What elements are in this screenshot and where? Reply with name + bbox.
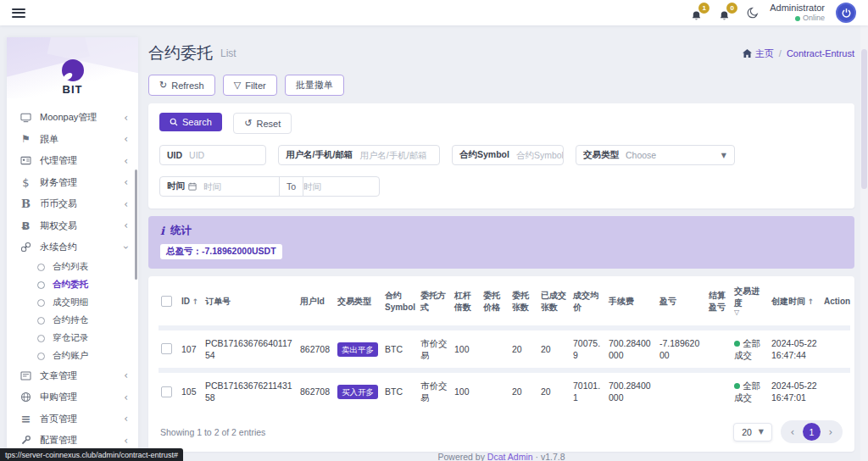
id-card-icon: [19, 156, 32, 165]
col-progress[interactable]: 交易进度▽: [732, 278, 769, 328]
cell-filled-qty: 20: [538, 328, 570, 370]
link-icon: [19, 242, 32, 253]
sidebar-subitem-contract-list[interactable]: 合约列表: [7, 258, 138, 276]
chevron-left-icon: ‹: [124, 177, 128, 187]
sidebar-subitem-contract-position[interactable]: 合约持仓: [7, 312, 138, 330]
sidebar-item-options-trading[interactable]: Ƀ 期权交易 ‹: [7, 215, 138, 237]
sidebar-scrollbar[interactable]: [135, 169, 137, 280]
notification-bell-icon[interactable]: 1: [691, 4, 708, 21]
trade-type-select[interactable]: 交易类型 Choose ▼: [576, 145, 735, 165]
cell-settle-pnl: [706, 328, 732, 370]
time-to-input[interactable]: [303, 181, 379, 192]
col-entrust-method: 委托方式: [418, 278, 452, 328]
pagination: ‹ 1 ›: [781, 420, 843, 443]
col-entrust-qty: 委托张数: [509, 278, 538, 328]
monitor-icon: [19, 113, 32, 123]
cell-avg-price: 70101.1: [570, 370, 606, 410]
browser-status-url: tps://server-coinnexus.club/admin/contra…: [0, 448, 183, 461]
sidebar-item-spot-trading[interactable]: B 币币交易 ‹: [7, 193, 138, 215]
dark-mode-icon[interactable]: [747, 7, 759, 19]
total-pnl-badge: 总盈亏：-7.18962000USDT: [160, 244, 282, 259]
sidebar-item-finance[interactable]: $ 财务管理 ‹: [7, 172, 138, 194]
col-id[interactable]: ID ↑: [179, 278, 203, 328]
sidebar-item-copy-trading[interactable]: ⚑ 跟单 ‹: [7, 129, 138, 151]
batch-cancel-button[interactable]: 批量撤单: [285, 75, 344, 96]
page-scrollbar[interactable]: [860, 25, 868, 461]
logo-mark-icon: [62, 59, 84, 81]
sidebar-item-agent[interactable]: 代理管理 ‹: [7, 150, 138, 172]
flag-icon: ⚑: [19, 133, 32, 145]
notification-count-badge: 1: [698, 3, 709, 14]
letter-b-icon: B: [19, 197, 32, 210]
user-info[interactable]: Administrator Online: [770, 3, 825, 23]
info-icon: i: [160, 225, 164, 237]
sidebar-subitem-contract-account[interactable]: 合约账户: [7, 347, 138, 365]
statistics-panel: i 统计 总盈亏：-7.18962000USDT: [148, 216, 854, 269]
chevron-left-icon: ‹: [124, 414, 128, 424]
breadcrumb-home[interactable]: 主页: [743, 47, 774, 60]
chevron-left-icon: ‹: [124, 220, 128, 230]
cell-pnl: -7.18962000: [657, 328, 706, 370]
sidebar: BIT Moonpay管理 ‹ ⚑ 跟单 ‹ 代理管理 ‹ $ 财务管理 ‹ B…: [7, 37, 138, 461]
wrench-icon: [19, 435, 32, 446]
search-button[interactable]: Search: [159, 113, 222, 131]
next-page-button[interactable]: ›: [824, 426, 837, 438]
sort-asc-icon: ↑: [192, 297, 199, 306]
cell-user-id: 862708: [298, 328, 335, 370]
cell-entrust-method: 市价交易: [418, 370, 452, 410]
logo-text: BIT: [7, 83, 138, 96]
col-order-no: 订单号: [203, 278, 298, 328]
row-checkbox[interactable]: [161, 343, 172, 354]
dropdown-arrow-icon: ▼: [714, 152, 734, 159]
cell-pnl: [657, 370, 706, 410]
dcat-admin-link[interactable]: Dcat Admin: [487, 452, 533, 461]
entries-summary: Showing 1 to 2 of 2 entries: [160, 427, 265, 437]
article-icon: [19, 371, 32, 380]
cell-settle-pnl: [706, 370, 732, 410]
time-to-label: To: [279, 177, 303, 196]
calendar-icon: [188, 182, 197, 191]
current-page-button[interactable]: 1: [803, 423, 821, 441]
cell-entrust-price: [481, 328, 509, 370]
sidebar-item-subscription[interactable]: 申购管理 ‹: [7, 386, 138, 408]
user-input[interactable]: [359, 150, 439, 160]
uid-field-group: UID: [159, 145, 266, 165]
cell-entrust-qty: 20: [509, 370, 538, 410]
prev-page-button[interactable]: ‹: [786, 426, 799, 438]
sidebar-item-perpetual-contract[interactable]: 永续合约 ‹: [7, 236, 138, 258]
cell-entrust-qty: 20: [509, 328, 538, 370]
sort-asc-icon: ↑: [808, 297, 815, 306]
sidebar-item-homepage[interactable]: ≡ 首页管理 ‹: [7, 408, 138, 430]
sidebar-toggle-icon[interactable]: [12, 6, 25, 19]
select-all-checkbox[interactable]: [161, 296, 172, 307]
cell-progress: 全部成交: [732, 370, 769, 410]
chevron-left-icon: ‹: [124, 199, 128, 209]
uid-input[interactable]: [189, 150, 265, 160]
sidebar-item-article[interactable]: 文章管理 ‹: [7, 365, 138, 387]
row-checkbox[interactable]: [161, 386, 172, 397]
reset-button[interactable]: ↺ Reset: [233, 113, 292, 134]
time-from-input[interactable]: [203, 181, 279, 192]
sidebar-item-moonpay[interactable]: Moonpay管理 ‹: [7, 107, 138, 129]
circle-icon: [37, 264, 45, 271]
avatar[interactable]: [836, 3, 856, 23]
sidebar-subitem-trade-detail[interactable]: 成交明细: [7, 294, 138, 312]
cell-entrust-price: [481, 370, 509, 410]
breadcrumb-current[interactable]: Contract-Entrust: [787, 48, 854, 58]
cell-fee: 700.28400000: [606, 370, 657, 410]
filter-button[interactable]: ▽ Filter: [223, 75, 277, 96]
cell-user-id: 862708: [298, 370, 335, 410]
sidebar-subitem-contract-entrust[interactable]: 合约委托: [7, 276, 138, 294]
message-bell-icon[interactable]: 0: [719, 4, 736, 21]
sidebar-subitem-liquidation-record[interactable]: 穿仓记录: [7, 330, 138, 347]
chevron-left-icon: ‹: [124, 370, 128, 380]
circle-icon: [37, 299, 45, 307]
page-size-select[interactable]: 20 ▼: [733, 423, 772, 442]
trade-type-badge: 卖出平多: [337, 342, 378, 357]
refresh-button[interactable]: ↻ Refresh: [148, 75, 215, 96]
col-created-at[interactable]: 创建时间 ↑: [769, 278, 821, 328]
circle-icon: [37, 335, 45, 342]
symbol-input[interactable]: [516, 150, 563, 160]
user-name: Administrator: [770, 3, 825, 14]
col-filled-qty: 已成交张数: [538, 278, 570, 328]
